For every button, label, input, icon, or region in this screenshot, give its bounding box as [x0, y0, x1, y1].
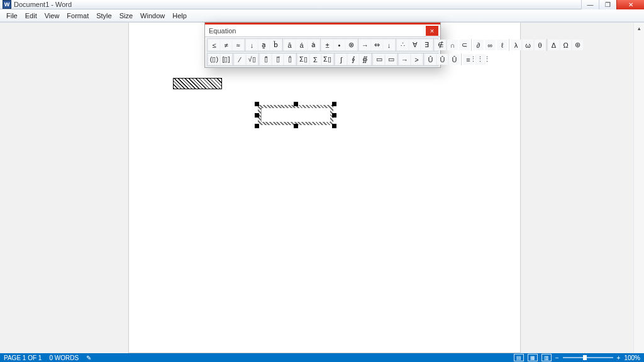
symbol-button[interactable]: Σ▯	[322, 54, 333, 65]
symbol-button[interactable]: ≠	[221, 40, 231, 50]
symbol-button[interactable]: ↓	[384, 40, 394, 50]
vertical-scrollbar[interactable]: ▴	[633, 23, 644, 353]
symbol-button[interactable]: ⊂	[459, 40, 470, 50]
menu-style[interactable]: Style	[92, 11, 115, 21]
symbol-group: →>	[398, 53, 424, 65]
symbol-button[interactable]: ∃	[421, 40, 432, 50]
symbol-button[interactable]: a̱	[258, 40, 269, 50]
hatched-object[interactable]	[173, 78, 222, 89]
zoom-level[interactable]: 100%	[624, 354, 640, 361]
symbol-button[interactable]: Δ	[548, 40, 559, 50]
dialog-close-button[interactable]: ×	[426, 26, 438, 36]
page[interactable]	[128, 23, 521, 353]
symbol-button[interactable]: ⊗	[346, 40, 357, 50]
symbol-button[interactable]: Û	[437, 54, 448, 65]
menu-view[interactable]: View	[41, 11, 64, 21]
symbol-button[interactable]: ▯̂	[284, 54, 295, 65]
symbol-button[interactable]: ω	[523, 40, 533, 50]
symbol-button[interactable]: ▯̄	[260, 54, 271, 65]
menu-window[interactable]: Window	[136, 11, 169, 21]
symbol-button[interactable]: ∴	[397, 40, 408, 50]
scroll-up-icon[interactable]: ▴	[634, 23, 644, 33]
symbol-button[interactable]: ≈	[233, 40, 243, 50]
minimize-button[interactable]: —	[581, 0, 599, 9]
equation-frame[interactable]	[255, 102, 336, 128]
symbol-group: (▯)[▯]	[208, 53, 233, 65]
zoom-slider-knob[interactable]	[583, 355, 587, 360]
resize-handle-bl[interactable]	[255, 124, 259, 128]
symbol-button[interactable]: ∀	[409, 40, 420, 50]
symbol-button[interactable]: (▯)	[209, 54, 219, 65]
symbol-button[interactable]: ∞	[485, 40, 496, 50]
symbol-group: ≡⋮⋮⋮	[462, 53, 487, 65]
spellcheck-icon[interactable]: ✎	[86, 354, 91, 361]
symbol-group: →⇔↓	[358, 39, 396, 51]
symbol-button[interactable]: Û	[449, 54, 460, 65]
symbol-button[interactable]: ∉	[435, 40, 446, 50]
symbol-button[interactable]: Σ	[310, 54, 321, 65]
symbol-button[interactable]: ▭	[386, 54, 396, 65]
symbol-group: ↓a̱b̂	[245, 39, 283, 51]
resize-handle-tr[interactable]	[332, 102, 336, 106]
zoom-slider[interactable]	[563, 357, 613, 358]
resize-handle-mr[interactable]	[332, 113, 336, 118]
symbol-button[interactable]: Σ▯	[298, 54, 309, 65]
symbol-button[interactable]: á	[296, 40, 307, 50]
symbol-button[interactable]: Û	[425, 54, 436, 65]
status-page[interactable]: PAGE 1 OF 1	[4, 354, 42, 361]
symbol-group: ∉∩⊂	[434, 39, 472, 51]
symbol-button[interactable]: Ω	[560, 40, 571, 50]
resize-handle-bm[interactable]	[294, 124, 298, 128]
symbol-button[interactable]: √▯	[247, 54, 257, 65]
maximize-button[interactable]: ❐	[599, 0, 616, 9]
symbol-button[interactable]: ⁄	[235, 54, 245, 65]
symbol-button[interactable]: ȧ	[308, 40, 319, 50]
symbol-button[interactable]: ↓	[247, 40, 257, 50]
symbol-button[interactable]: ▭	[374, 54, 384, 65]
resize-handle-tl[interactable]	[255, 102, 259, 106]
symbol-button[interactable]: ℓ	[497, 40, 508, 50]
symbol-button[interactable]: [▯]	[221, 54, 231, 65]
resize-handle-ml[interactable]	[255, 113, 259, 118]
resize-handle-br[interactable]	[332, 124, 336, 128]
menu-edit[interactable]: Edit	[21, 11, 41, 21]
symbol-button[interactable]: ▯⃗	[272, 54, 283, 65]
symbol-group: ▯̄▯⃗▯̂	[259, 53, 297, 65]
symbol-button[interactable]: ⇔	[372, 40, 382, 50]
menu-format[interactable]: Format	[63, 11, 92, 21]
status-words[interactable]: 0 WORDS	[49, 354, 79, 361]
symbol-group: ±•⊗	[321, 39, 358, 51]
dialog-titlebar[interactable]: Equation ×	[205, 23, 440, 36]
symbol-button[interactable]: →	[360, 40, 370, 50]
resize-handle-tm[interactable]	[294, 102, 298, 106]
view-print-icon[interactable]: ▦	[528, 354, 538, 361]
menu-file[interactable]: File	[3, 11, 21, 21]
title-bar: W Document1 - Word — ❐ ✕	[0, 0, 644, 9]
symbol-button[interactable]: •	[334, 40, 345, 50]
zoom-out-button[interactable]: −	[555, 354, 559, 361]
symbol-button[interactable]: θ	[535, 40, 545, 50]
view-web-icon[interactable]: ▥	[541, 354, 552, 361]
symbol-button[interactable]: b̂	[270, 40, 281, 50]
symbol-button[interactable]: ∂	[473, 40, 484, 50]
symbol-button[interactable]: ±	[322, 40, 333, 50]
equation-dialog[interactable]: Equation × ≤≠≈↓a̱b̂āáȧ±•⊗→⇔↓∴∀∃∉∩⊂∂∞ℓλωθ…	[204, 22, 441, 68]
close-window-button[interactable]: ✕	[616, 0, 644, 9]
symbol-button[interactable]: ∫	[336, 54, 347, 65]
symbol-button[interactable]: λ	[511, 40, 521, 50]
equation-body[interactable]	[258, 105, 333, 125]
symbol-button[interactable]: ∯	[360, 54, 370, 65]
symbol-button[interactable]: ā	[284, 40, 295, 50]
symbol-button[interactable]: ∩	[447, 40, 458, 50]
view-read-icon[interactable]: ▤	[514, 354, 524, 361]
symbol-button[interactable]: ≤	[209, 40, 219, 50]
symbol-button[interactable]: →	[399, 54, 410, 65]
zoom-in-button[interactable]: +	[617, 354, 621, 361]
symbol-button[interactable]: ∮	[348, 54, 358, 65]
symbol-button[interactable]: >	[411, 54, 422, 65]
status-bar: PAGE 1 OF 1 0 WORDS ✎ ▤ ▦ ▥ − + 100%	[0, 353, 644, 362]
symbol-button[interactable]: ⊛	[572, 40, 583, 50]
menu-size[interactable]: Size	[116, 11, 136, 21]
symbol-button[interactable]: ⋮⋮⋮	[475, 54, 486, 65]
menu-help[interactable]: Help	[169, 11, 191, 21]
